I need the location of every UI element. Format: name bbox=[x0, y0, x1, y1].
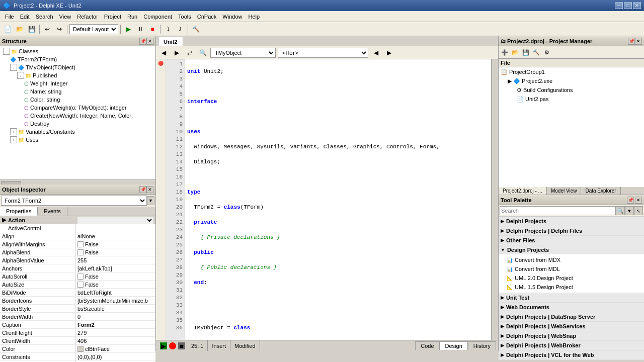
layout-combo[interactable]: Default Layout bbox=[69, 24, 118, 34]
inspector-close[interactable]: ✕ bbox=[146, 186, 153, 193]
check-alignwithmargins[interactable] bbox=[77, 241, 84, 247]
inspector-pin[interactable]: 📌 bbox=[139, 186, 146, 193]
new-button[interactable]: 📄 bbox=[2, 24, 13, 35]
browse-button[interactable]: 🔍 bbox=[197, 47, 208, 58]
editor-tab-unit2[interactable]: Unit2 bbox=[158, 37, 183, 46]
palette-pin[interactable]: 📌 bbox=[627, 197, 634, 204]
palette-cursor-button[interactable]: ↖ bbox=[634, 206, 643, 215]
structure-pin[interactable]: 📌 bbox=[139, 38, 146, 45]
tree-item-tmyobject[interactable]: - 🔷 TMyObject(TObject) bbox=[1, 63, 154, 71]
menu-search[interactable]: Search bbox=[33, 13, 56, 21]
palette-section-header-files[interactable]: ▶ Delphi Projects | Delphi Files bbox=[499, 226, 644, 235]
expand-action[interactable]: ▶ bbox=[2, 217, 6, 223]
expand-classes[interactable]: - bbox=[3, 48, 10, 55]
forward-button[interactable]: ▶ bbox=[171, 47, 182, 58]
proj-row-project2exe[interactable]: ▶ 🔷 Project2.exe bbox=[499, 76, 644, 85]
menu-file[interactable]: File bbox=[2, 13, 17, 21]
play-button[interactable]: ▶ bbox=[160, 342, 167, 349]
tab-properties[interactable]: Properties bbox=[0, 207, 38, 216]
expand-tmyobject[interactable]: - bbox=[10, 64, 17, 71]
prop-value-anchors[interactable]: [akLeft,akTop] bbox=[75, 264, 155, 272]
prop-value-color[interactable]: clBtnFace bbox=[75, 345, 155, 352]
structure-close[interactable]: ✕ bbox=[146, 38, 153, 45]
tab-events[interactable]: Events bbox=[38, 207, 67, 216]
tree-item-color[interactable]: ⬡ Color: string bbox=[1, 96, 154, 104]
object-combo-arrow[interactable]: ▼ bbox=[147, 196, 154, 205]
tree-item-compareweight[interactable]: ⬡ CompareWeight(o: TMyObject): integer bbox=[1, 104, 154, 112]
step-into-button[interactable]: ⤵ bbox=[163, 24, 174, 35]
palette-section-header-unittest[interactable]: ▶ Unit Test bbox=[499, 293, 644, 302]
minimize-button[interactable]: ─ bbox=[615, 2, 623, 9]
action-combo[interactable] bbox=[77, 217, 153, 224]
prop-value-alphablend[interactable]: False bbox=[75, 248, 155, 256]
prop-value-autoscroll[interactable]: False bbox=[75, 273, 155, 280]
expand-variables[interactable]: + bbox=[10, 128, 17, 135]
step-over-button[interactable]: ⤸ bbox=[175, 24, 186, 35]
expand-published[interactable]: - bbox=[17, 72, 24, 79]
maximize-button[interactable]: □ bbox=[624, 2, 632, 9]
proj-row-group[interactable]: 📋 ProjectGroup1 bbox=[499, 67, 644, 76]
palette-search-input[interactable] bbox=[500, 206, 616, 215]
palette-item-uml20[interactable]: 📐 UML 2.0 Design Project bbox=[501, 274, 642, 283]
palette-close[interactable]: ✕ bbox=[635, 197, 642, 204]
redo-button[interactable]: ↪ bbox=[54, 24, 65, 35]
prop-value-bidimode[interactable]: bdLeftToRight bbox=[75, 289, 155, 296]
prop-value-action[interactable] bbox=[75, 216, 155, 224]
method-combo[interactable]: <Нет> bbox=[278, 48, 368, 58]
prop-value-clientheight[interactable]: 279 bbox=[75, 329, 155, 336]
code-vscrollbar[interactable] bbox=[491, 59, 498, 340]
prop-value-constraints[interactable]: (0,0),(0,0) bbox=[75, 353, 155, 360]
rb-tab-projdproj[interactable]: Project2.dproj - ... bbox=[499, 187, 547, 195]
build-button[interactable]: 🔨 bbox=[190, 24, 201, 35]
palette-section-header-other[interactable]: ▶ Other Files bbox=[499, 236, 644, 245]
palette-section-header-datasnap[interactable]: ▶ Delphi Projects | DataSnap Server bbox=[499, 312, 644, 321]
menu-refactor[interactable]: Refactor bbox=[74, 13, 101, 21]
palette-view-button[interactable]: ▼ bbox=[625, 206, 634, 215]
prop-value-borderstyle[interactable]: bsSizeable bbox=[75, 305, 155, 312]
status-tab-code[interactable]: Code bbox=[415, 341, 439, 350]
rb-tab-dataexplorer[interactable]: Data Explorer bbox=[581, 187, 620, 195]
back-button[interactable]: ◀ bbox=[158, 47, 169, 58]
tree-item-create[interactable]: ⬡ Create(NewWeigth: Integer; Name, Color… bbox=[1, 112, 154, 120]
proj-save-btn[interactable]: 💾 bbox=[521, 47, 531, 57]
prop-value-clientwidth[interactable]: 406 bbox=[75, 337, 155, 344]
tree-item-destroy[interactable]: ⬡ Destroy bbox=[1, 120, 154, 128]
proj-close[interactable]: ✕ bbox=[635, 38, 642, 45]
stop-status-button[interactable]: ■ bbox=[178, 342, 185, 349]
proj-open-btn[interactable]: 📂 bbox=[510, 47, 520, 57]
palette-search-button[interactable]: 🔍 bbox=[616, 206, 625, 215]
menu-run[interactable]: Run bbox=[124, 13, 140, 21]
palette-section-header-webdocs[interactable]: ▶ Web Documents bbox=[499, 303, 644, 312]
undo-button[interactable]: ↩ bbox=[42, 24, 53, 35]
expand-uses[interactable]: + bbox=[10, 136, 17, 143]
stop-button[interactable]: ■ bbox=[147, 24, 158, 35]
code-editor[interactable]: unit Unit2; interface uses Windows, Mess… bbox=[185, 59, 491, 340]
scope-next[interactable]: ▶ bbox=[383, 47, 394, 58]
rb-tab-modelview[interactable]: Model View bbox=[547, 187, 582, 195]
prop-value-bordericons[interactable]: [biSystemMenu,biMinimize,b bbox=[75, 297, 155, 304]
menu-help[interactable]: Help bbox=[245, 13, 263, 21]
check-autosize[interactable] bbox=[77, 282, 84, 288]
palette-section-header-webservices[interactable]: ▶ Delphi Projects | WebServices bbox=[499, 322, 644, 331]
palette-section-header-design[interactable]: ▼ Design Projects bbox=[499, 245, 644, 254]
prop-value-align[interactable]: alNone bbox=[75, 232, 155, 240]
tree-item-variables[interactable]: + 📁 Variables/Constants bbox=[1, 128, 154, 136]
tree-item-name[interactable]: ⬡ Name: string bbox=[1, 87, 154, 96]
check-alphablend[interactable] bbox=[77, 249, 84, 255]
tree-item-classes[interactable]: - 📁 Classes bbox=[1, 47, 154, 55]
palette-item-convert-mdl[interactable]: 📊 Convert from MDL bbox=[501, 264, 642, 274]
prop-value-alignwithmargins[interactable]: False bbox=[75, 240, 155, 248]
tree-item-tform2[interactable]: 🔷 TForm2(TForm) bbox=[1, 55, 154, 63]
tree-item-uses[interactable]: + 📁 Uses bbox=[1, 136, 154, 144]
proj-row-buildconf[interactable]: ⚙ Build Configurations bbox=[499, 85, 644, 95]
menu-window[interactable]: Window bbox=[219, 13, 245, 21]
open-button[interactable]: 📂 bbox=[14, 24, 25, 35]
menu-cnpack[interactable]: CnPack bbox=[194, 13, 220, 21]
tree-item-published[interactable]: - 📁 Published bbox=[1, 71, 154, 79]
run-button[interactable]: ▶ bbox=[123, 24, 134, 35]
palette-section-header-webbroker[interactable]: ▶ Delphi Projects | WebBroker bbox=[499, 341, 644, 350]
status-tab-design[interactable]: Design bbox=[440, 341, 468, 350]
proj-build-btn[interactable]: 🔨 bbox=[531, 47, 541, 57]
menu-project[interactable]: Project bbox=[101, 13, 124, 21]
proj-options-btn[interactable]: ⚙ bbox=[542, 47, 552, 57]
